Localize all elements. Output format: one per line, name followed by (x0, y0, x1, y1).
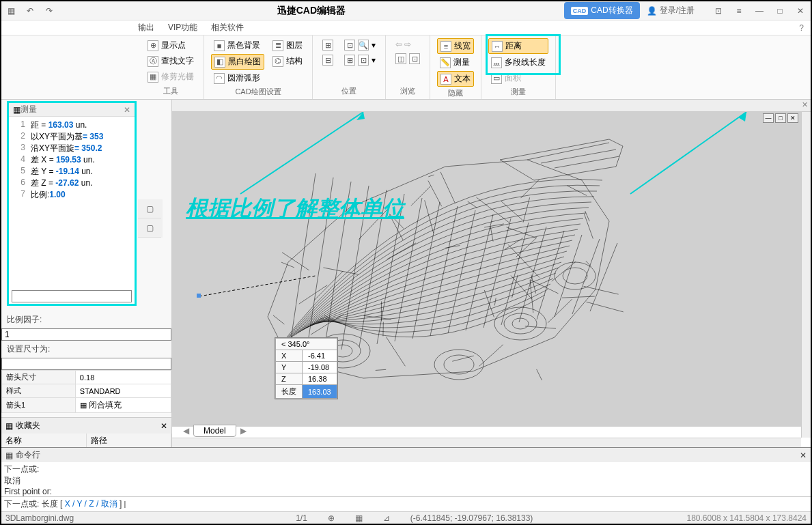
svg-line-82 (430, 206, 458, 336)
pos-btn-2[interactable]: ⊟ (320, 53, 336, 67)
status-page: 1/1 (296, 513, 307, 523)
nav-btn[interactable]: ◫⊡ (393, 52, 423, 66)
dimension-line (193, 269, 329, 310)
app-title: 迅捷CAD编辑器 (59, 5, 564, 17)
black-bg-button[interactable]: ■黑色背景 (211, 38, 264, 53)
app-icon: ▦ (1, 1, 20, 20)
menu-related[interactable]: 相关软件 (211, 22, 244, 33)
status-coords: (-6.411845; -19.07967; 16.38133) (410, 513, 533, 523)
annotation-text: 根据比例了解整体单位 (186, 194, 404, 224)
svg-line-57 (548, 299, 572, 323)
command-log: 下一点或: 取消 First point or: 下一点或: (1, 462, 811, 496)
menu-output[interactable]: 输出 (138, 22, 154, 33)
svg-point-12 (494, 307, 546, 340)
svg-line-41 (586, 261, 591, 267)
svg-line-4 (199, 276, 316, 296)
trim-icon: ▦ (148, 72, 158, 83)
undo-icon[interactable]: ↶ (20, 1, 40, 20)
pos-btn-4[interactable]: ⊞⊡▾ (341, 53, 378, 67)
tool-1[interactable]: ▢ (138, 199, 161, 218)
text-icon: A (440, 74, 451, 85)
distance-button[interactable]: ↔距离 (488, 38, 548, 54)
login-button[interactable]: 👤 登录/注册 (647, 5, 695, 16)
svg-line-53 (484, 290, 494, 317)
svg-line-65 (567, 186, 587, 196)
status-grid-icon[interactable]: ▦ (355, 513, 363, 523)
favorites-header[interactable]: ▦收藏夹✕ (1, 418, 171, 434)
command-input[interactable]: 下一点或: 长度 [ X / Y / Z / 取消 ] | (1, 496, 811, 511)
layer-button[interactable]: ≣图层 (270, 38, 305, 53)
layer-icon: ≣ (272, 40, 283, 51)
scale-factor-input[interactable] (1, 328, 171, 341)
pos-btn-1[interactable]: ⊞ (320, 38, 336, 52)
panel-icon: ▦ (13, 105, 20, 115)
text-button[interactable]: A文本 (437, 71, 474, 87)
svg-point-13 (504, 313, 537, 334)
svg-line-2 (630, 112, 746, 194)
tab-next-icon[interactable]: ▶ (236, 426, 251, 436)
status-ortho-icon[interactable]: ⊿ (383, 513, 390, 523)
pos-btn-3[interactable]: ⊡🔍▾ (341, 38, 378, 52)
area-button: ▭面积 (488, 71, 548, 85)
bw-draw-button[interactable]: ◧黑白绘图 (211, 54, 264, 70)
status-filename: 3DLamborgini.dwg (5, 513, 142, 523)
menu-vip[interactable]: VIP功能 (168, 22, 197, 33)
status-snap-icon[interactable]: ⊕ (328, 513, 335, 523)
set-size-input[interactable] (1, 358, 171, 370)
smooth-arc-button[interactable]: ◠圆滑弧形 (211, 71, 264, 85)
svg-line-21 (537, 369, 542, 380)
show-point-button[interactable]: ⊕显示点 (145, 38, 197, 53)
panel-close-icon[interactable]: ✕ (124, 105, 130, 115)
measure-panel: ▦ 测量 ✕ 1距 = 163.03 un. 2以XY平面为基= 353 3沿X… (7, 101, 137, 306)
redo-icon[interactable]: ↷ (40, 1, 59, 20)
maximize-icon[interactable]: □ (770, 1, 790, 20)
user-icon: 👤 (647, 6, 657, 16)
menu-icon[interactable]: ≡ (729, 1, 749, 20)
area-icon: ▭ (491, 73, 502, 84)
drawing-canvas[interactable]: — □ ✕ 根据比例了解整体单位 (172, 112, 801, 427)
polyline-length-button[interactable]: ⅏多段线长度 (488, 55, 548, 70)
svg-line-66 (584, 214, 593, 239)
settings-icon[interactable]: ⊡ (708, 1, 729, 20)
ruler-icon: 📏 (440, 57, 451, 68)
doc-close-icon[interactable]: ✕ (802, 100, 808, 109)
help-icon[interactable]: ? (799, 23, 804, 33)
doc-max-icon[interactable]: □ (775, 113, 786, 123)
find-text-button[interactable]: Ⓐ查找文字 (145, 54, 197, 68)
minimize-icon[interactable]: — (749, 1, 770, 20)
svg-line-36 (506, 227, 537, 238)
svg-point-17 (555, 262, 596, 289)
close-icon[interactable]: ✕ (790, 1, 811, 20)
svg-line-85 (484, 218, 511, 328)
tool-2[interactable]: ▢ (138, 218, 161, 238)
status-screen-coords: 180.6008 x 141.5804 x 173.8424 (687, 513, 807, 523)
svg-line-35 (530, 280, 533, 313)
target-icon: ⊕ (148, 40, 158, 51)
cad-convert-button[interactable]: CAD CAD转换器 (564, 2, 640, 19)
measure-text-input[interactable] (12, 290, 132, 302)
svg-line-6 (527, 143, 609, 160)
doc-min-icon[interactable]: — (763, 113, 774, 123)
structure-button[interactable]: ⌬结构 (270, 54, 305, 68)
svg-rect-5 (197, 294, 201, 298)
svg-line-31 (425, 200, 434, 233)
model-tab[interactable]: Model (193, 425, 236, 437)
measure-button[interactable]: 📏测量 (437, 55, 474, 70)
command-header: ▦命令行✕ (1, 448, 811, 462)
doc-x-icon[interactable]: ✕ (787, 113, 798, 123)
svg-marker-3 (738, 112, 746, 122)
svg-line-61 (411, 186, 430, 205)
linewidth-button[interactable]: ≡线宽 (437, 38, 474, 54)
svg-point-16 (444, 355, 474, 374)
horizontal-scrollbar[interactable] (172, 438, 801, 447)
svg-line-38 (479, 345, 503, 367)
svg-line-64 (363, 315, 391, 319)
svg-line-60 (428, 175, 434, 177)
tab-prev-icon[interactable]: ◀ (179, 426, 193, 436)
fav-icon: ▦ (5, 421, 13, 431)
svg-line-40 (386, 337, 405, 367)
svg-line-7 (541, 150, 616, 163)
vertical-scrollbar[interactable] (801, 112, 811, 438)
svg-line-0 (240, 112, 363, 194)
measure-results: 1距 = 163.03 un. 2以XY平面为基= 353 3沿XY平面旋= 3… (9, 117, 135, 289)
